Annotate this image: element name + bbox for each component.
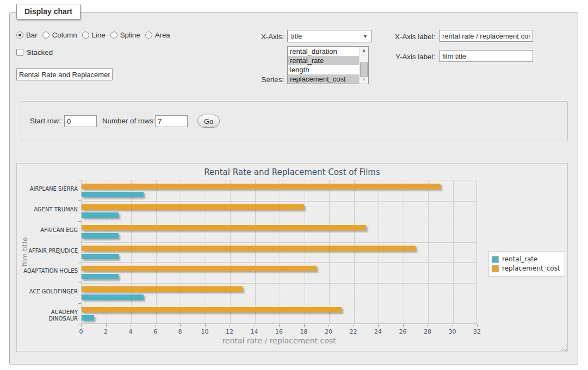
y-axis-tick [78, 262, 81, 262]
radio-column-label: Column [52, 31, 77, 39]
x-axis-tick [81, 324, 82, 327]
radio-line-icon[interactable] [82, 32, 89, 39]
series-options: rental_duration rental_rate length repla… [288, 47, 359, 84]
x-axis-tick [378, 324, 379, 327]
y-axis-label-input[interactable] [440, 50, 533, 62]
x-tick-label: 30 [444, 328, 461, 335]
y-category-label: AFFAIR PREJUDICE [20, 248, 78, 254]
radio-area-icon[interactable] [145, 32, 152, 39]
x-tick-label: 16 [271, 328, 287, 335]
grid-line-horizontal [82, 283, 476, 284]
series-scrollbar[interactable]: ▲ ▼ [359, 47, 368, 84]
radio-spline-icon[interactable] [110, 32, 117, 39]
x-axis-tick [156, 324, 156, 327]
x-axis-tick [131, 324, 131, 327]
radio-spline[interactable]: Spline [110, 31, 140, 39]
bar-replacement_cost [82, 225, 366, 230]
bar-replacement_cost [82, 286, 243, 292]
x-axis-select-label: X-Axis: [251, 33, 284, 41]
x-axis-tick [180, 324, 181, 327]
grid-line-vertical [453, 180, 454, 323]
start-row-label: Start row: [30, 117, 61, 126]
chart-type-radio-group: Bar Column Line Spline Area [16, 31, 170, 39]
grid-line-vertical [255, 180, 256, 323]
chart-resize-handle[interactable] [560, 344, 567, 351]
legend-item: rental_rate [492, 255, 560, 263]
y-axis-label-field-label: Y-Axis label: [391, 53, 435, 61]
x-axis-label-input[interactable] [440, 30, 533, 42]
y-axis-tick [78, 242, 81, 242]
legend-label: replacement_cost [502, 265, 560, 272]
x-axis-tick [106, 324, 107, 327]
x-axis-tick [428, 324, 428, 327]
chart-title-input[interactable] [16, 68, 113, 80]
bar-replacement_cost [82, 266, 317, 271]
scrollbar-down-arrow-icon[interactable]: ▼ [360, 76, 368, 84]
series-select-label: Series: [260, 76, 284, 84]
radio-area[interactable]: Area [145, 31, 170, 39]
x-axis-tick [329, 324, 329, 327]
stacked-checkbox[interactable] [16, 49, 23, 56]
bar-rental_rate [82, 274, 119, 279]
number-of-rows-label: Number of rows: [102, 117, 156, 126]
stacked-label: Stacked [27, 48, 53, 57]
series-option-replacement-cost[interactable]: replacement_cost [288, 74, 359, 84]
fieldset-legend: Display chart [16, 4, 81, 20]
bar-rental_rate [82, 233, 119, 239]
grid-line-vertical [428, 180, 429, 323]
bar-rental_rate [82, 212, 119, 218]
grid-line-vertical [404, 180, 404, 323]
y-category-label: ACADEMY DINOSAUR [20, 309, 78, 322]
series-option-length[interactable]: length [288, 65, 359, 74]
bar-rental_rate [82, 192, 144, 197]
series-multiselect[interactable]: rental_duration rental_rate length repla… [287, 46, 369, 84]
legend-item: replacement_cost [492, 265, 560, 272]
grid-line-vertical [107, 180, 107, 323]
series-option-rental-duration[interactable]: rental_duration [288, 47, 359, 56]
grid-line-horizontal [82, 262, 476, 263]
x-axis-select[interactable]: title ▼ [287, 30, 372, 42]
go-button[interactable]: Go [197, 115, 220, 128]
y-category-label: AGENT TRUMAN [20, 206, 78, 213]
x-axis-tick [453, 324, 453, 327]
chart-legend: rental_ratereplacement_cost [488, 251, 565, 277]
radio-column-icon[interactable] [42, 32, 49, 39]
scrollbar-thumb[interactable] [360, 62, 368, 77]
start-row-input[interactable] [64, 115, 97, 127]
x-tick-label: 0 [73, 328, 89, 335]
x-tick-label: 2 [98, 328, 114, 335]
grid-line-vertical [305, 180, 305, 323]
grid-line-vertical [230, 180, 231, 323]
series-option-rental-rate[interactable]: rental_rate [288, 56, 359, 65]
y-category-label: ACE GOLDFINGER [20, 289, 78, 295]
radio-area-label: Area [155, 31, 170, 39]
bar-rental_rate [82, 254, 119, 259]
y-axis-tick [78, 221, 81, 222]
y-category-label: AFRICAN EGG [20, 227, 78, 234]
radio-column[interactable]: Column [42, 31, 77, 39]
bar-rental_rate [82, 294, 144, 300]
radio-spline-label: Spline [120, 31, 140, 39]
radio-bar-icon[interactable] [16, 32, 23, 39]
y-axis-tick [78, 283, 81, 283]
x-tick-label: 18 [296, 328, 312, 335]
grid-line-vertical [181, 180, 181, 323]
radio-line-label: Line [92, 31, 106, 39]
y-category-label: ADAPTATION HOLES [20, 268, 78, 274]
scrollbar-up-arrow-icon[interactable]: ▲ [360, 47, 368, 54]
x-tick-label: 22 [345, 328, 362, 335]
legend-swatch-rental_rate [492, 256, 499, 263]
stacked-checkbox-row[interactable]: Stacked [16, 48, 53, 57]
x-tick-label: 4 [122, 328, 139, 335]
bar-replacement_cost [82, 184, 441, 189]
x-tick-label: 20 [320, 328, 337, 335]
chart-container: Rental Rate and Replacement Cost of Film… [16, 163, 568, 352]
radio-bar[interactable]: Bar [16, 31, 38, 39]
x-axis-tick [304, 324, 305, 327]
x-tick-label: 10 [197, 328, 213, 335]
radio-line[interactable]: Line [82, 31, 106, 39]
bar-replacement_cost [82, 307, 342, 312]
bar-replacement_cost [82, 204, 304, 210]
number-of-rows-input[interactable] [155, 115, 188, 127]
chart-title: Rental Rate and Replacement Cost of Film… [17, 167, 567, 177]
